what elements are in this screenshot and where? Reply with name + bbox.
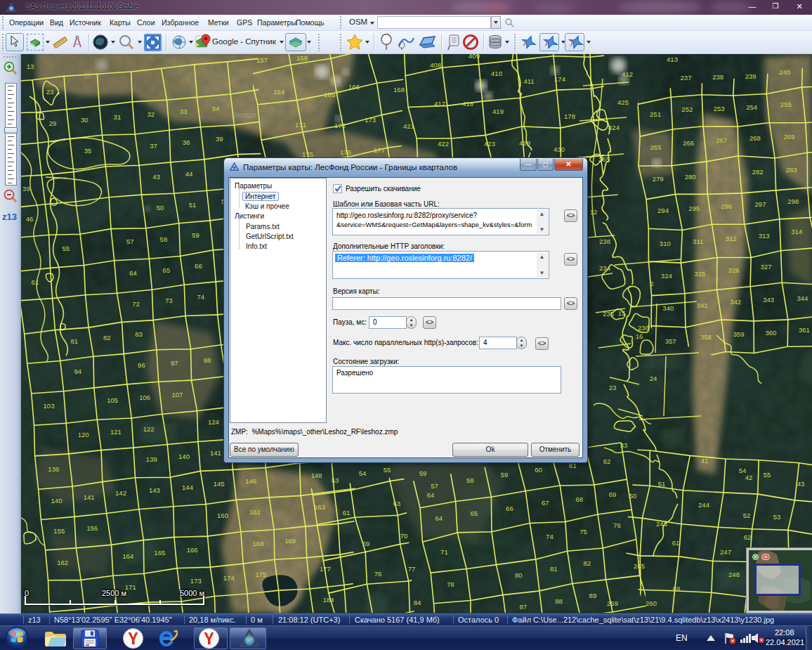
svg-text:33: 33 — [620, 441, 628, 449]
svg-text:174: 174 — [223, 574, 235, 582]
svg-text:158: 158 — [296, 54, 308, 62]
svg-text:360: 360 — [765, 329, 776, 337]
svg-text:295: 295 — [688, 204, 700, 212]
svg-text:88: 88 — [555, 597, 563, 605]
svg-text:171: 171 — [295, 121, 306, 129]
svg-text:340: 340 — [662, 304, 674, 312]
svg-text:184: 184 — [323, 596, 334, 604]
svg-text:174: 174 — [554, 75, 565, 83]
svg-text:97: 97 — [171, 359, 178, 367]
svg-text:54: 54 — [739, 467, 747, 474]
svg-text:238: 238 — [712, 73, 723, 81]
svg-text:71: 71 — [440, 548, 448, 556]
svg-text:55: 55 — [62, 245, 70, 252]
svg-text:76: 76 — [374, 570, 382, 578]
svg-text:76: 76 — [613, 521, 621, 529]
svg-text:54: 54 — [359, 469, 367, 477]
svg-text:30: 30 — [81, 116, 89, 124]
svg-text:57: 57 — [431, 482, 438, 490]
svg-text:73: 73 — [165, 297, 173, 304]
svg-text:326: 326 — [728, 266, 740, 274]
svg-text:57: 57 — [126, 238, 134, 245]
svg-text:140: 140 — [178, 453, 190, 460]
svg-text:39: 39 — [216, 135, 223, 143]
svg-text:50: 50 — [157, 204, 164, 212]
svg-text:419: 419 — [492, 108, 504, 115]
svg-text:173: 173 — [190, 577, 202, 585]
svg-text:Google: Google — [232, 110, 256, 119]
svg-text:244: 244 — [698, 501, 709, 509]
svg-text:358: 358 — [700, 333, 712, 341]
svg-text:81: 81 — [71, 337, 79, 345]
svg-text:51: 51 — [658, 480, 666, 488]
svg-text:103: 103 — [44, 402, 55, 410]
svg-text:259: 259 — [607, 599, 618, 607]
svg-text:75: 75 — [579, 528, 587, 535]
svg-text:82: 82 — [103, 334, 111, 342]
svg-text:253: 253 — [714, 105, 725, 112]
svg-text:70: 70 — [400, 532, 408, 540]
svg-text:63: 63 — [393, 500, 401, 507]
svg-text:44: 44 — [185, 170, 193, 178]
svg-text:236: 236 — [638, 324, 649, 332]
svg-text:59: 59 — [501, 471, 509, 479]
svg-text:313: 313 — [759, 232, 770, 240]
svg-text:357: 357 — [665, 337, 676, 345]
svg-text:80: 80 — [515, 571, 523, 579]
svg-text:43: 43 — [152, 173, 160, 181]
svg-text:61: 61 — [672, 539, 680, 547]
svg-text:297: 297 — [755, 200, 766, 208]
svg-text:43: 43 — [797, 480, 805, 488]
svg-text:418: 418 — [462, 100, 473, 108]
svg-text:314: 314 — [791, 228, 802, 235]
svg-text:166: 166 — [348, 83, 360, 91]
svg-text:344: 344 — [797, 294, 808, 302]
svg-text:142: 142 — [115, 489, 126, 497]
svg-text:64: 64 — [436, 514, 443, 522]
svg-text:62: 62 — [744, 533, 752, 541]
svg-text:325: 325 — [694, 270, 705, 278]
svg-text:72: 72 — [132, 300, 140, 308]
svg-text:172: 172 — [334, 122, 346, 129]
svg-text:59: 59 — [419, 469, 427, 477]
svg-text:265: 265 — [650, 143, 662, 151]
svg-text:141: 141 — [210, 449, 221, 457]
svg-text:408: 408 — [430, 61, 441, 69]
svg-text:409: 409 — [469, 54, 480, 60]
svg-text:165: 165 — [154, 549, 165, 557]
svg-text:89: 89 — [589, 592, 597, 599]
svg-text:83: 83 — [135, 330, 143, 338]
svg-text:66: 66 — [506, 505, 513, 512]
svg-text:82: 82 — [584, 559, 591, 567]
svg-text:283: 283 — [786, 166, 797, 174]
svg-text:146: 146 — [245, 477, 256, 485]
svg-text:69: 69 — [673, 585, 681, 592]
svg-text:310: 310 — [660, 240, 671, 247]
svg-text:66: 66 — [195, 262, 202, 270]
svg-text:280: 280 — [685, 173, 696, 181]
svg-text:81: 81 — [550, 565, 558, 573]
svg-text:65: 65 — [471, 509, 478, 517]
svg-text:423: 423 — [484, 140, 495, 148]
svg-text:23: 23 — [46, 88, 54, 96]
svg-text:62: 62 — [603, 457, 611, 465]
svg-text:145: 145 — [214, 480, 225, 488]
svg-text:136: 136 — [48, 465, 59, 473]
svg-text:171: 171 — [125, 583, 136, 591]
svg-text:77: 77 — [408, 565, 416, 573]
svg-text:361: 361 — [799, 326, 810, 334]
svg-text:312: 312 — [726, 235, 737, 242]
svg-text:38: 38 — [183, 138, 190, 146]
svg-text:84: 84 — [414, 599, 421, 606]
svg-text:342: 342 — [730, 298, 741, 306]
svg-text:168: 168 — [253, 540, 264, 547]
svg-text:37: 37 — [150, 142, 157, 150]
svg-text:24: 24 — [650, 375, 657, 382]
svg-text:411: 411 — [523, 77, 534, 85]
svg-text:33: 33 — [180, 108, 188, 115]
svg-text:166: 166 — [187, 546, 198, 554]
svg-text:65: 65 — [163, 266, 171, 274]
svg-text:16: 16 — [636, 332, 643, 340]
svg-text:67: 67 — [542, 499, 549, 507]
svg-text:155: 155 — [53, 527, 65, 535]
